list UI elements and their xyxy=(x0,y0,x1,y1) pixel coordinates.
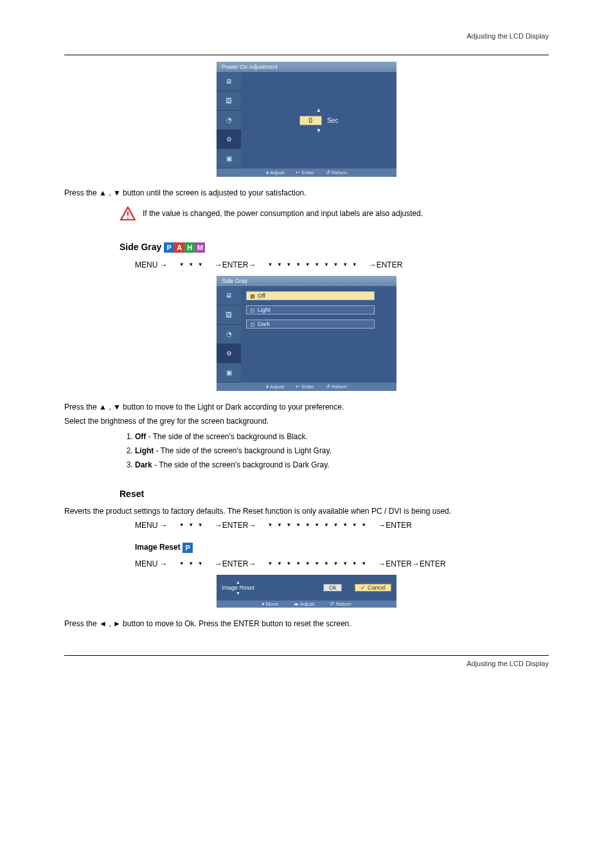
osd-image-reset: ▲ Image Reset ▼ Ok ✓ Cancel ♦ Move ◂▸ Ad… xyxy=(217,575,396,608)
mode-h-icon: H xyxy=(184,242,195,253)
option-off[interactable]: Off xyxy=(246,291,375,300)
warning-text: If the value is changed, the power consu… xyxy=(143,208,549,219)
reset-heading: Reset xyxy=(120,489,549,499)
header-rule xyxy=(64,42,549,55)
side-gray-nav: MENU → ▼ ▼ ▼ →ENTER→ ▼ ▼ ▼ ▼ ▼ ▼ ▼ ▼ ▼ ▼… xyxy=(135,259,549,271)
osd-tab-multi[interactable]: ▣ xyxy=(217,363,241,383)
side-gray-options-list: Off - The side of the screen's backgroun… xyxy=(135,431,549,471)
image-reset-heading: Image Reset P xyxy=(135,543,549,553)
osd-tab-picture[interactable]: 🖼 xyxy=(217,91,241,111)
image-reset-nav: MENU → ▼ ▼ ▼ →ENTER→ ▼ ▼ ▼ ▼ ▼ ▼ ▼ ▼ ▼ ▼… xyxy=(135,558,549,570)
osd-title: Side Gray xyxy=(217,276,396,286)
osd-tab-input[interactable]: 🖥 xyxy=(217,286,241,305)
osd-power-on-adjustment: Power On Adjustment 🖥 🖼 ◔ ⚙ ▣ ▲ 0 Sec ▼ xyxy=(217,62,396,177)
osd-hint-move: ♦ Move xyxy=(262,601,278,607)
osd-sidebar: 🖥 🖼 ◔ ⚙ ▣ xyxy=(217,286,241,383)
power-on-step: Press the ▲ , ▼ button until the screen … xyxy=(64,187,549,199)
osd-hint-adjust: ♦ Adjust xyxy=(266,170,284,176)
osd-tab-sound[interactable]: ◔ xyxy=(217,111,241,130)
side-gray-intro: Select the brightness of the grey for th… xyxy=(64,415,549,427)
mode-p-icon: P xyxy=(182,543,193,553)
mode-m-icon: M xyxy=(195,242,205,253)
side-gray-step: Press the ▲ , ▼ button to move to the Li… xyxy=(64,401,549,413)
cancel-button[interactable]: ✓ Cancel xyxy=(355,584,391,592)
osd-hint-return: ↺ Return xyxy=(326,384,347,390)
reset-nav: MENU → ▼ ▼ ▼ →ENTER→ ▼ ▼ ▼ ▼ ▼ ▼ ▼ ▼ ▼ ▼… xyxy=(135,520,549,531)
osd-hint-return: ↺ Return xyxy=(326,170,347,176)
down-arrow-icon: ▼ xyxy=(316,128,322,134)
osd-tab-sound[interactable]: ◔ xyxy=(217,325,241,344)
ok-button[interactable]: Ok xyxy=(323,584,342,592)
header-section: Adjusting the LCD Display xyxy=(64,32,549,42)
footer-section: Adjusting the LCD Display xyxy=(64,655,549,667)
reset-intro: Reverts the product settings to factory … xyxy=(64,505,549,517)
mode-a-icon: A xyxy=(174,242,184,253)
osd-side-gray: Side Gray 🖥 🖼 ◔ ⚙ ▣ Off Light Dark ♦ Adj… xyxy=(217,276,396,391)
svg-point-1 xyxy=(127,217,129,218)
mode-p-icon: P xyxy=(164,242,174,253)
osd-title: Power On Adjustment xyxy=(217,62,396,72)
osd-bar-title: ▲ Image Reset ▼ xyxy=(222,580,254,595)
osd-tab-picture[interactable]: 🖼 xyxy=(217,305,241,325)
osd-tab-setup[interactable]: ⚙ xyxy=(217,344,241,363)
unit-label: Sec xyxy=(327,117,338,124)
osd-hint-enter: ↵ Enter xyxy=(296,170,314,176)
option-light[interactable]: Light xyxy=(246,305,375,314)
osd-hint-adjust: ♦ Adjust xyxy=(266,384,284,390)
up-arrow-icon: ▲ xyxy=(316,107,322,113)
osd-tab-multi[interactable]: ▣ xyxy=(217,149,241,168)
image-reset-step: Press the ◄ , ► button to move to Ok. Pr… xyxy=(64,618,549,629)
osd-tab-setup[interactable]: ⚙ xyxy=(217,130,241,149)
osd-hint-enter: ↵ Enter xyxy=(296,384,314,390)
osd-hint-return: ↺ Return xyxy=(330,601,351,607)
mode-badges: P xyxy=(182,543,193,553)
osd-sidebar: 🖥 🖼 ◔ ⚙ ▣ xyxy=(217,72,241,168)
side-gray-heading: Side Gray P A H M xyxy=(120,242,549,253)
warning-icon xyxy=(120,205,136,224)
osd-hint-adjust: ◂▸ Adjust xyxy=(294,601,314,607)
value-box[interactable]: 0 xyxy=(299,116,323,125)
osd-tab-input[interactable]: 🖥 xyxy=(217,72,241,91)
option-dark[interactable]: Dark xyxy=(246,320,375,329)
mode-badges: P A H M xyxy=(164,242,205,253)
